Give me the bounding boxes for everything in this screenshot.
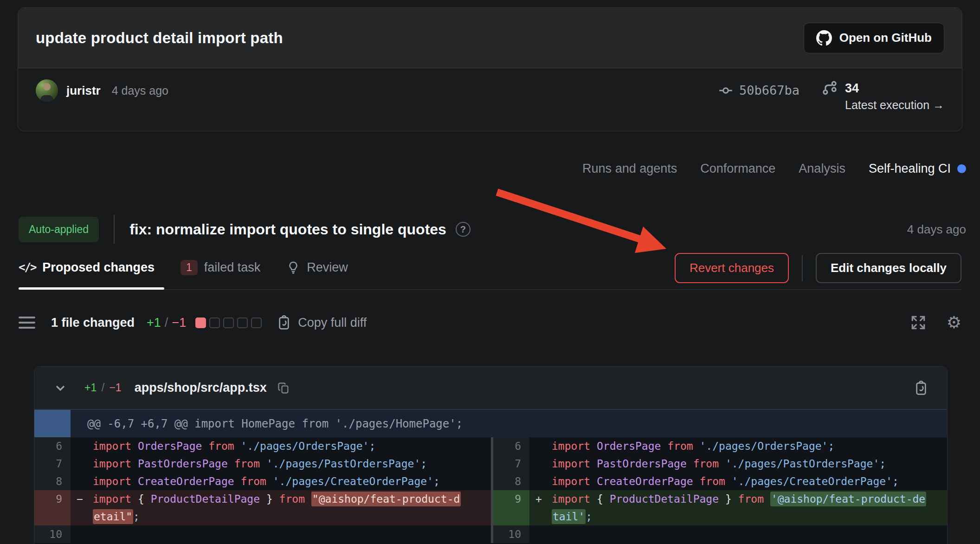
copy-full-diff-button[interactable]: Copy full diff: [277, 315, 367, 330]
branch-icon: [822, 80, 838, 96]
nav-tab-conformance[interactable]: Conformance: [700, 162, 775, 176]
diff-right-rows: 6import OrdersPage from './pages/OrdersP…: [493, 437, 947, 543]
line-number: 8: [34, 473, 71, 490]
line-number: 10: [493, 525, 529, 543]
settings-gear-icon[interactable]: ⚙: [947, 314, 961, 331]
code-content: import PastOrdersPage from './pages/Past…: [71, 455, 491, 473]
commit-time: 4 days ago: [112, 84, 168, 97]
lightbulb-icon: [286, 260, 300, 274]
diff-marker: +: [535, 490, 542, 508]
diff-line-6[interactable]: 6import OrdersPage from './pages/OrdersP…: [493, 437, 947, 455]
revert-changes-button[interactable]: Revert changes: [675, 253, 789, 283]
file-path: apps/shop/src/app.tsx: [135, 381, 267, 395]
fix-header-row: Auto-applied fix: normalize import quote…: [19, 215, 966, 244]
fix-time: 4 days ago: [907, 222, 966, 237]
edit-changes-locally-button[interactable]: Edit changes locally: [816, 253, 961, 283]
code-content: import CreateOrderPage from './pages/Cre…: [71, 473, 491, 490]
execution-count: 34: [845, 81, 944, 96]
failed-count-badge: 1: [181, 260, 198, 275]
notification-dot: [957, 164, 966, 173]
diff-toolbar: 1 file changed +1 / −1 Copy full diff ⚙: [19, 314, 961, 331]
diff-line-10[interactable]: 10: [493, 525, 947, 543]
line-number: 9: [493, 490, 529, 525]
action-buttons: Revert changes Edit changes locally: [675, 253, 961, 283]
line-number: 6: [493, 437, 529, 455]
nav-tab-runs-and-agents[interactable]: Runs and agents: [582, 162, 677, 176]
change-tabs-row: </> Proposed changes 1 failed task Revie…: [19, 253, 961, 290]
open-on-github-button[interactable]: Open on GitHub: [804, 23, 944, 53]
clipboard-icon: [277, 315, 291, 330]
author-name[interactable]: juristr: [66, 84, 101, 98]
latest-execution-link[interactable]: Latest execution →: [845, 98, 944, 112]
file-diff-header: +1 / −1 apps/shop/src/app.tsx: [34, 367, 947, 409]
diff-line-7[interactable]: 7import PastOrdersPage from './pages/Pas…: [493, 455, 947, 473]
page: update product detail import path Open o…: [0, 0, 980, 544]
auto-applied-badge: Auto-applied: [19, 217, 99, 242]
commit-card-header: update product detail import path Open o…: [18, 8, 962, 68]
code-content: import PastOrdersPage from './pages/Past…: [529, 455, 947, 473]
code-content: [71, 525, 491, 543]
nav-tab-analysis[interactable]: Analysis: [799, 162, 845, 176]
diff-split-view: 6import OrdersPage from './pages/OrdersP…: [34, 437, 947, 543]
execution-group: 34 Latest execution →: [822, 80, 944, 112]
diff-line-7[interactable]: 7import PastOrdersPage from './pages/Pas…: [34, 455, 491, 473]
diff-line-8[interactable]: 8import CreateOrderPage from './pages/Cr…: [493, 473, 947, 490]
copy-path-icon[interactable]: [277, 382, 290, 395]
page-title: update product detail import path: [36, 29, 283, 47]
diff-marker: −: [77, 490, 83, 508]
line-number: 7: [34, 455, 71, 473]
additions-count: +1: [147, 316, 161, 330]
copy-file-diff-icon[interactable]: [914, 381, 928, 395]
file-list-menu-icon[interactable]: [19, 317, 35, 329]
code-content: import OrdersPage from './pages/OrdersPa…: [529, 437, 947, 455]
diff-line-8[interactable]: 8import CreateOrderPage from './pages/Cr…: [34, 473, 491, 490]
commit-sha: 50b667ba: [739, 83, 799, 97]
diff-left-rows: 6import OrdersPage from './pages/OrdersP…: [34, 437, 491, 543]
avatar[interactable]: [36, 79, 58, 102]
execution-col: 34 Latest execution →: [845, 80, 944, 112]
file-diff-card: +1 / −1 apps/shop/src/app.tsx @@ -6,7 +6…: [34, 366, 948, 544]
divider: [114, 215, 115, 244]
code-content: import OrdersPage from './pages/OrdersPa…: [71, 437, 491, 455]
tab-review[interactable]: Review: [286, 260, 348, 275]
line-number: 8: [493, 473, 529, 490]
author-row: juristr 4 days ago: [36, 79, 168, 102]
diff-toolbar-right: ⚙: [910, 314, 961, 331]
commit-meta: 50b667ba 34 Latest execution →: [719, 79, 944, 112]
diff-line-9[interactable]: 9+import { ProductDetailPage } from '@ai…: [493, 490, 947, 525]
line-number: 10: [34, 525, 71, 543]
code-content: [529, 525, 947, 543]
github-icon: [816, 30, 832, 46]
diff-line-9[interactable]: 9−import { ProductDetailPage } from "@ai…: [34, 490, 491, 525]
nav-tabs: Runs and agents Conformance Analysis Sel…: [582, 162, 966, 176]
chevron-down-icon[interactable]: [53, 381, 68, 395]
open-on-github-label: Open on GitHub: [839, 31, 932, 45]
active-tab-underline: [19, 287, 164, 290]
commit-card-body: juristr 4 days ago 50b667ba 34 Latest ex…: [18, 68, 962, 131]
code-content: import CreateOrderPage from './pages/Cre…: [529, 473, 947, 490]
hunk-header-text: @@ -6,7 +6,7 @@ import HomePage from './…: [87, 417, 463, 430]
code-content: +import { ProductDetailPage } from '@ais…: [529, 490, 947, 525]
tab-failed-task[interactable]: 1 failed task: [181, 260, 260, 275]
commit-card: update product detail import path Open o…: [18, 7, 962, 131]
line-number: 6: [34, 437, 71, 455]
commit-icon: [719, 84, 733, 97]
code-icon: </>: [19, 261, 36, 274]
hunk-gutter: [34, 410, 71, 437]
line-number: 7: [493, 455, 529, 473]
help-icon[interactable]: ?: [456, 222, 471, 237]
hunk-header: @@ -6,7 +6,7 @@ import HomePage from './…: [34, 409, 947, 437]
file-stats: +1 / −1: [84, 382, 122, 394]
tab-proposed-changes[interactable]: </> Proposed changes: [19, 260, 155, 275]
diff-line-6[interactable]: 6import OrdersPage from './pages/OrdersP…: [34, 437, 491, 455]
expand-icon[interactable]: [910, 315, 926, 330]
diff-line-10[interactable]: 10: [34, 525, 491, 543]
diff-blocks-indicator: [195, 317, 262, 328]
fix-title: fix: normalize import quotes to single q…: [129, 221, 446, 238]
deletions-count: −1: [172, 316, 186, 330]
commit-sha-group[interactable]: 50b667ba: [719, 83, 799, 97]
divider: [802, 255, 803, 281]
code-content: −import { ProductDetailPage } from "@ais…: [71, 490, 491, 525]
nav-tab-self-healing-ci[interactable]: Self-healing CI: [869, 162, 966, 176]
files-changed-label: 1 file changed: [51, 316, 135, 330]
